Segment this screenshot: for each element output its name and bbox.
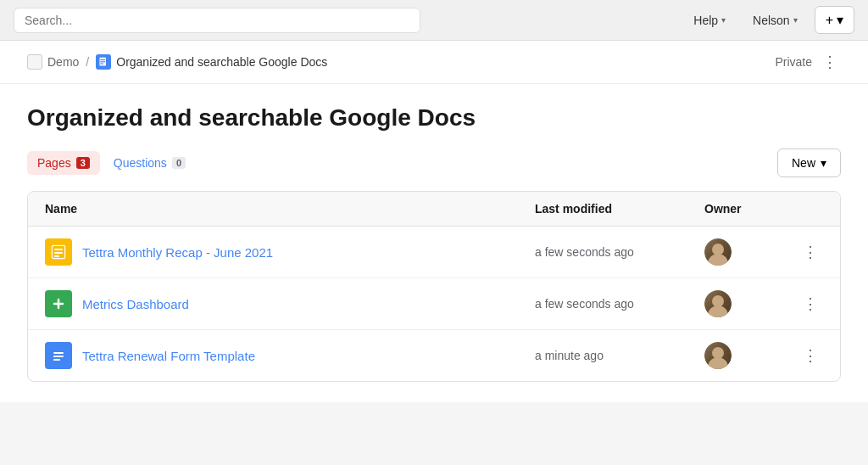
tabs-row: Pages 3 Questions 0 New ▾ <box>27 148 841 177</box>
page-title: Organized and searchable Google Docs <box>27 104 841 132</box>
avatar <box>704 342 732 369</box>
svg-rect-1 <box>101 59 106 60</box>
help-button[interactable]: Help ▾ <box>683 8 736 32</box>
row-modified-text: a few seconds ago <box>535 297 634 311</box>
tab-questions-badge: 0 <box>172 157 186 169</box>
breadcrumb-bar: Demo / Organized and searchable Google D… <box>0 41 868 84</box>
table-row: Metrics Dashboard a few seconds ago ⋮ <box>28 278 840 330</box>
help-chevron-icon: ▾ <box>721 15 726 25</box>
table-row: Tettra Renewal Form Template a minute ag… <box>28 330 840 382</box>
avatar <box>704 238 732 266</box>
row-name: Tettra Monthly Recap - June 2021 <box>45 238 501 266</box>
add-chevron-icon: ▾ <box>837 12 843 28</box>
main-content: Organized and searchable Google Docs Pag… <box>0 84 868 402</box>
new-button-label: New <box>792 156 815 170</box>
row-name: Metrics Dashboard <box>45 290 501 317</box>
tabs: Pages 3 Questions 0 <box>27 151 196 175</box>
avatar-img <box>704 238 732 266</box>
svg-rect-8 <box>54 255 59 257</box>
add-icon: + <box>826 13 833 28</box>
row-icon-green <box>45 290 72 317</box>
row-link[interactable]: Metrics Dashboard <box>82 297 189 311</box>
row-name-cell: Tettra Renewal Form Template <box>28 330 518 382</box>
col-name: Name <box>28 192 518 227</box>
user-menu-button[interactable]: Nelson ▾ <box>743 8 808 32</box>
svg-rect-2 <box>101 61 106 62</box>
col-owner: Owner <box>687 192 840 227</box>
row-actions-button[interactable]: ⋮ <box>798 343 823 368</box>
table-container: Name Last modified Owner <box>27 191 841 382</box>
row-owner-cell: ⋮ <box>687 227 840 278</box>
svg-rect-11 <box>53 352 64 354</box>
user-label: Nelson <box>753 14 790 27</box>
tab-pages[interactable]: Pages 3 <box>27 151 100 175</box>
breadcrumb-current-label: Organized and searchable Google Docs <box>116 55 327 69</box>
row-modified-cell: a few seconds ago <box>518 278 687 330</box>
user-chevron-icon: ▾ <box>793 15 798 25</box>
breadcrumb-more-button[interactable]: ⋮ <box>819 49 841 75</box>
row-modified-cell: a minute ago <box>518 330 687 382</box>
breadcrumb-demo-label: Demo <box>47 55 79 69</box>
tab-pages-badge: 3 <box>76 157 90 169</box>
search-input[interactable] <box>14 8 420 33</box>
breadcrumb-demo[interactable]: Demo <box>27 54 79 70</box>
owner-cell: ⋮ <box>704 342 823 369</box>
add-button[interactable]: + ▾ <box>815 6 854 34</box>
row-owner-cell: ⋮ <box>687 278 840 330</box>
row-link[interactable]: Tettra Renewal Form Template <box>82 349 255 363</box>
breadcrumb-separator: / <box>86 55 89 69</box>
new-button[interactable]: New ▾ <box>777 148 841 177</box>
row-modified-text: a minute ago <box>535 349 604 362</box>
svg-rect-13 <box>53 359 60 361</box>
row-link[interactable]: Tettra Monthly Recap - June 2021 <box>82 245 273 260</box>
doc-icon <box>96 54 111 70</box>
owner-cell: ⋮ <box>704 238 823 266</box>
avatar-img <box>704 342 732 369</box>
avatar <box>704 290 732 317</box>
tab-questions[interactable]: Questions 0 <box>103 151 196 175</box>
demo-icon <box>27 54 42 70</box>
tab-pages-label: Pages <box>37 156 71 170</box>
breadcrumb: Demo / Organized and searchable Google D… <box>27 54 327 70</box>
new-chevron-icon: ▾ <box>821 156 826 170</box>
top-nav: Help ▾ Nelson ▾ + ▾ <box>0 0 868 41</box>
row-icon-blue <box>45 342 72 369</box>
nav-right: Help ▾ Nelson ▾ + ▾ <box>683 6 854 34</box>
avatar-img <box>704 290 732 317</box>
row-name-cell: Metrics Dashboard <box>28 278 518 330</box>
svg-rect-3 <box>101 64 104 64</box>
table-row: Tettra Monthly Recap - June 2021 a few s… <box>28 227 840 278</box>
row-actions-button[interactable]: ⋮ <box>798 291 823 317</box>
pages-table: Name Last modified Owner <box>28 192 840 381</box>
breadcrumb-current[interactable]: Organized and searchable Google Docs <box>96 54 327 70</box>
tab-questions-label: Questions <box>114 156 167 170</box>
row-actions-button[interactable]: ⋮ <box>798 239 823 265</box>
svg-rect-12 <box>53 356 64 357</box>
owner-cell: ⋮ <box>704 290 823 317</box>
row-owner-cell: ⋮ <box>687 330 840 382</box>
breadcrumb-right: Private ⋮ <box>775 49 841 75</box>
row-modified-cell: a few seconds ago <box>518 227 687 278</box>
row-icon-yellow <box>45 238 72 266</box>
table-header-row: Name Last modified Owner <box>28 192 840 227</box>
help-label: Help <box>693 14 718 27</box>
visibility-label: Private <box>775 55 812 69</box>
svg-rect-6 <box>54 249 63 250</box>
svg-rect-7 <box>54 252 63 254</box>
row-name: Tettra Renewal Form Template <box>45 342 501 369</box>
row-name-cell: Tettra Monthly Recap - June 2021 <box>28 227 518 278</box>
col-modified: Last modified <box>518 192 687 227</box>
row-modified-text: a few seconds ago <box>535 245 634 259</box>
